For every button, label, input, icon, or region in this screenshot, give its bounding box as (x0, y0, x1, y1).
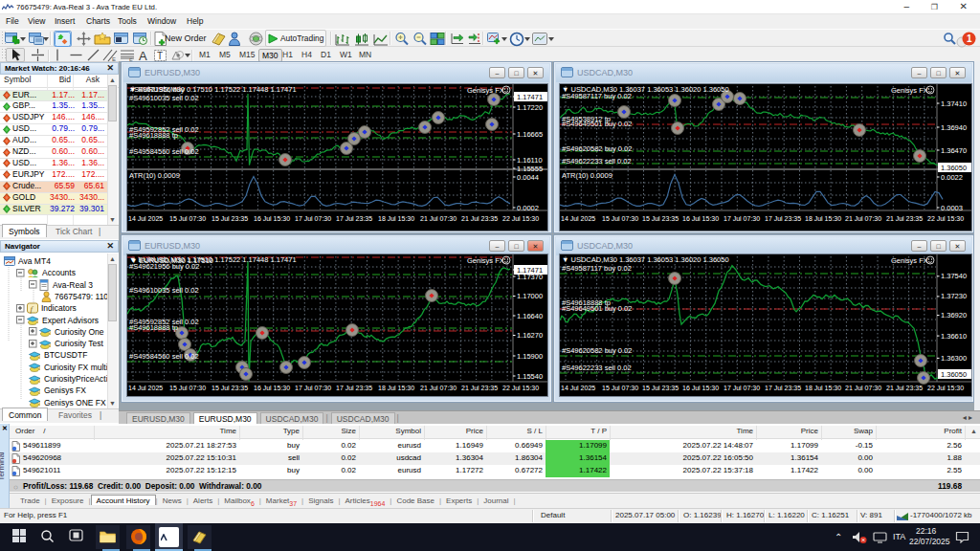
svg-text:1.36470: 1.36470 (941, 146, 967, 155)
svg-text:1.15900: 1.15900 (517, 352, 543, 361)
svg-text:14 Jul 2025: 14 Jul 2025 (128, 215, 163, 222)
svg-text:16 Jul 15:30: 16 Jul 15:30 (254, 385, 290, 391)
svg-text:#S49621956 buy: #S49621956 buy (130, 85, 185, 94)
svg-text:1.36920: 1.36920 (941, 311, 967, 320)
svg-text:1.17000: 1.17000 (517, 292, 543, 300)
svg-text:#S49622233 sell 0.02: #S49622233 sell 0.02 (562, 364, 632, 372)
svg-text:Genisys FX: Genisys FX (891, 256, 928, 265)
svg-text:1.36300: 1.36300 (941, 354, 967, 363)
svg-text:1.16270: 1.16270 (517, 331, 543, 340)
svg-text:1.15540: 1.15540 (517, 372, 543, 381)
svg-text:T: T (157, 51, 163, 61)
svg-text:#S49618888 tp: #S49618888 tp (129, 323, 178, 332)
svg-text:15 Jul 23:35: 15 Jul 23:35 (642, 385, 679, 391)
svg-text:1: 1 (967, 33, 972, 44)
svg-text:17 Jul 07:30: 17 Jul 07:30 (295, 215, 331, 222)
svg-text:16 Jul 15:30: 16 Jul 15:30 (682, 215, 719, 222)
svg-text:Genisys FX: Genisys FX (891, 86, 928, 95)
svg-text:21 Jul 23:35: 21 Jul 23:35 (461, 215, 498, 222)
svg-text:#S49584560 sell 0.02: #S49584560 sell 0.02 (129, 352, 199, 361)
svg-text:17 Jul 07:30: 17 Jul 07:30 (295, 385, 331, 391)
svg-text:18 Jul 15:30: 18 Jul 15:30 (805, 385, 841, 391)
svg-text:1.37540: 1.37540 (941, 272, 967, 280)
svg-text:1.37410: 1.37410 (941, 99, 967, 108)
svg-text:21 Jul 23:35: 21 Jul 23:35 (886, 385, 923, 391)
svg-text:17 Jul 23:35: 17 Jul 23:35 (765, 385, 801, 391)
svg-text:0.0022: 0.0022 (941, 173, 963, 182)
svg-text:1.17471: 1.17471 (517, 266, 543, 275)
svg-text:#S49610035 sell 0.02: #S49610035 sell 0.02 (129, 286, 199, 295)
svg-text:14 Jul 2025: 14 Jul 2025 (561, 215, 595, 222)
svg-text:21 Jul 07:30: 21 Jul 07:30 (420, 215, 457, 222)
svg-text:21 Jul 07:30: 21 Jul 07:30 (420, 385, 457, 391)
svg-text:1.36940: 1.36940 (941, 123, 967, 132)
svg-text:1.37230: 1.37230 (941, 292, 967, 300)
svg-text:A: A (139, 49, 147, 62)
svg-text:15 Jul 07:30: 15 Jul 07:30 (602, 385, 638, 391)
svg-text:#S49610035 sell 0.02: #S49610035 sell 0.02 (129, 94, 199, 102)
svg-text:22 Jul 15:30: 22 Jul 15:30 (927, 215, 964, 222)
svg-text:1.17471: 1.17471 (517, 93, 543, 101)
svg-text:15 Jul 23:35: 15 Jul 23:35 (212, 215, 248, 222)
svg-text:1.36050: 1.36050 (941, 164, 967, 172)
svg-text:21 Jul 23:35: 21 Jul 23:35 (886, 215, 923, 222)
svg-text:14 Jul 2025: 14 Jul 2025 (561, 385, 595, 391)
svg-text:15 Jul 23:35: 15 Jul 23:35 (642, 215, 679, 222)
svg-text:1.16110: 1.16110 (517, 156, 543, 165)
svg-text:15 Jul 23:35: 15 Jul 23:35 (212, 385, 248, 391)
svg-text:22 Jul 15:30: 22 Jul 15:30 (502, 215, 539, 222)
svg-text:0.0044: 0.0044 (517, 173, 539, 182)
svg-text:17 Jul 23:35: 17 Jul 23:35 (336, 385, 372, 391)
svg-text:15 Jul 07:30: 15 Jul 07:30 (602, 215, 638, 222)
svg-text:▼ USDCAD,M30 1.36037 1.36053: ▼ USDCAD,M30 1.36037 1.36053 1.36020 1.3… (562, 255, 729, 264)
svg-text:14 Jul 2025: 14 Jul 2025 (128, 385, 163, 391)
svg-text:1.15555: 1.15555 (517, 165, 543, 173)
svg-text:16 Jul 15:30: 16 Jul 15:30 (254, 215, 290, 222)
svg-text:Genisys FX: Genisys FX (467, 256, 504, 265)
svg-text:1.36610: 1.36610 (941, 332, 967, 341)
svg-text:17 Jul 07:30: 17 Jul 07:30 (724, 215, 760, 222)
svg-text:#S49620582 buy 0.02: #S49620582 buy 0.02 (562, 144, 632, 153)
svg-text:17 Jul 07:30: 17 Jul 07:30 (724, 385, 760, 391)
svg-text:#S49621956 buy 0.02: #S49621956 buy 0.02 (129, 262, 199, 271)
svg-text:17 Jul 23:35: 17 Jul 23:35 (336, 215, 372, 222)
svg-text:#S49649501 buy 0.02: #S49649501 buy 0.02 (562, 304, 632, 313)
svg-text:1.16665: 1.16665 (517, 130, 543, 139)
svg-text:1.16640: 1.16640 (517, 312, 543, 320)
svg-text:0.0002: 0.0002 (517, 204, 539, 212)
svg-text:22 Jul 15:30: 22 Jul 15:30 (502, 385, 539, 391)
svg-text:21 Jul 23:35: 21 Jul 23:35 (461, 385, 498, 391)
svg-text:15 Jul 07:30: 15 Jul 07:30 (169, 215, 206, 222)
svg-text:#S49584560 sell 0.02: #S49584560 sell 0.02 (129, 147, 199, 156)
svg-text:0.0003: 0.0003 (941, 204, 963, 212)
svg-text:#S49587117 buy 0.02: #S49587117 buy 0.02 (562, 92, 632, 100)
svg-text:#S49618888 tp: #S49618888 tp (129, 131, 178, 140)
svg-text:18 Jul 15:30: 18 Jul 15:30 (378, 215, 414, 222)
svg-text:#S49649501 buy 0.02: #S49649501 buy 0.02 (562, 120, 632, 128)
svg-text:17 Jul 23:35: 17 Jul 23:35 (765, 215, 801, 222)
svg-text:18 Jul 15:30: 18 Jul 15:30 (378, 385, 414, 391)
svg-text:ATR(10) 0.0009: ATR(10) 0.0009 (562, 171, 612, 180)
svg-text:1.17220: 1.17220 (517, 103, 543, 112)
svg-text:16 Jul 15:30: 16 Jul 15:30 (682, 385, 719, 391)
svg-text:Genisys FX: Genisys FX (467, 86, 504, 95)
svg-text:#S49622233 sell 0.02: #S49622233 sell 0.02 (562, 157, 632, 165)
svg-text:18 Jul 15:30: 18 Jul 15:30 (805, 215, 841, 222)
svg-text:ATR(10) 0.0009: ATR(10) 0.0009 (129, 171, 180, 180)
svg-text:22 Jul 15:30: 22 Jul 15:30 (927, 385, 964, 391)
svg-text:#S49620582 buy 0.02: #S49620582 buy 0.02 (562, 346, 632, 355)
svg-text:#S49587117 buy 0.02: #S49587117 buy 0.02 (562, 264, 632, 273)
svg-text:1.36050: 1.36050 (941, 370, 967, 379)
svg-text:21 Jul 07:30: 21 Jul 07:30 (845, 215, 881, 222)
svg-text:15 Jul 07:30: 15 Jul 07:30 (169, 385, 206, 391)
svg-text:21 Jul 07:30: 21 Jul 07:30 (845, 385, 881, 391)
